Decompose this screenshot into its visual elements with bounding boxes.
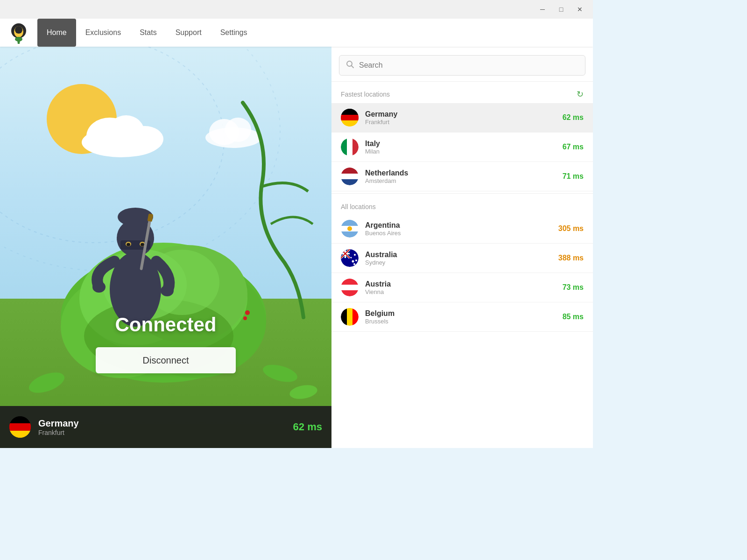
app-logo <box>7 21 30 44</box>
location-item-argentina[interactable]: Argentina Buenos Aires 305 ms <box>331 214 593 244</box>
fastest-locations-title: Fastest locations <box>341 91 390 98</box>
location-latency: 73 ms <box>563 283 584 292</box>
svg-rect-57 <box>341 115 359 120</box>
location-latency: 85 ms <box>563 313 584 321</box>
svg-rect-66 <box>341 179 359 185</box>
svg-rect-61 <box>347 138 352 156</box>
location-item-netherlands[interactable]: Netherlands Amsterdam 71 ms <box>331 162 593 191</box>
svg-point-16 <box>126 126 163 152</box>
refresh-icon[interactable]: ↻ <box>577 89 584 99</box>
search-container <box>331 47 593 82</box>
svg-rect-89 <box>341 290 359 296</box>
nav-tabs: Home Exclusions Stats Support Settings <box>37 19 257 47</box>
location-city: Buenos Aires <box>365 230 558 237</box>
location-info-germany-fast: Germany Frankfurt <box>365 110 563 126</box>
flag-argentina <box>341 220 359 238</box>
nav-bar: Home Exclusions Stats Support Settings <box>0 19 593 47</box>
search-input[interactable] <box>359 61 578 70</box>
svg-line-54 <box>352 66 354 68</box>
location-city: Amsterdam <box>365 177 563 184</box>
flag-belgium <box>341 308 359 326</box>
svg-rect-68 <box>341 220 359 226</box>
svg-point-39 <box>141 243 144 246</box>
svg-point-71 <box>347 226 352 231</box>
svg-point-82 <box>352 260 354 263</box>
connected-status: Connected <box>0 314 331 336</box>
location-city: Milan <box>365 148 563 155</box>
location-country: Argentina <box>365 221 558 230</box>
search-box <box>339 55 585 76</box>
svg-point-84 <box>353 263 355 265</box>
location-info-belgium: Belgium Brussels <box>365 309 563 325</box>
tab-settings[interactable]: Settings <box>211 19 257 47</box>
status-latency: 62 ms <box>293 421 322 433</box>
svg-point-43 <box>92 281 106 293</box>
title-bar: ─ □ ✕ <box>0 0 593 19</box>
svg-rect-5 <box>16 31 21 33</box>
maximize-button[interactable]: □ <box>552 3 571 16</box>
location-city: Vienna <box>365 288 563 295</box>
status-bar: Germany Frankfurt 62 ms <box>0 406 331 448</box>
flag-netherlands <box>341 168 359 185</box>
svg-rect-70 <box>341 231 359 238</box>
status-info: Germany Frankfurt <box>38 418 293 436</box>
location-city: Brussels <box>365 318 563 325</box>
location-item-germany-fast[interactable]: Germany Frankfurt 62 ms <box>331 103 593 133</box>
close-button[interactable]: ✕ <box>571 3 589 16</box>
location-country: Australia <box>365 251 558 259</box>
tab-stats[interactable]: Stats <box>130 19 166 47</box>
flag-austria <box>341 279 359 296</box>
svg-point-4 <box>20 28 21 31</box>
locations-scroll[interactable]: Fastest locations ↻ Germany <box>331 82 593 448</box>
svg-point-85 <box>351 257 352 259</box>
svg-rect-93 <box>352 308 359 326</box>
all-locations-header: All locations <box>331 196 593 214</box>
svg-rect-58 <box>341 120 359 126</box>
svg-rect-87 <box>341 279 359 285</box>
svg-rect-64 <box>341 168 359 174</box>
location-latency: 67 ms <box>563 143 584 151</box>
location-country: Italy <box>365 140 563 148</box>
svg-marker-7 <box>17 37 21 44</box>
svg-rect-49 <box>9 423 31 431</box>
flag-germany <box>341 109 359 126</box>
location-info-argentina: Argentina Buenos Aires <box>365 221 558 237</box>
svg-rect-65 <box>341 174 359 179</box>
status-flag <box>9 416 31 438</box>
location-country: Germany <box>365 110 563 119</box>
svg-rect-91 <box>341 308 347 326</box>
location-latency: 388 ms <box>558 254 584 262</box>
flag-australia <box>341 249 359 267</box>
location-country: Austria <box>365 280 563 288</box>
location-info-netherlands: Netherlands Amsterdam <box>365 169 563 184</box>
minimize-button[interactable]: ─ <box>533 3 552 16</box>
location-item-australia[interactable]: Australia Sydney 388 ms <box>331 244 593 273</box>
tab-exclusions[interactable]: Exclusions <box>76 19 130 47</box>
status-country: Germany <box>38 418 293 429</box>
tab-home[interactable]: Home <box>37 19 76 47</box>
location-country: Belgium <box>365 309 563 318</box>
svg-point-44 <box>161 285 174 296</box>
location-info-italy: Italy Milan <box>365 140 563 155</box>
svg-point-38 <box>127 243 130 246</box>
location-city: Frankfurt <box>365 119 563 126</box>
svg-rect-60 <box>341 138 347 156</box>
location-item-belgium[interactable]: Belgium Brussels 85 ms <box>331 302 593 332</box>
svg-rect-92 <box>347 308 352 326</box>
location-item-austria[interactable]: Austria Vienna 73 ms <box>331 273 593 302</box>
flag-italy <box>341 138 359 156</box>
disconnect-button[interactable]: Disconnect <box>96 347 236 373</box>
svg-point-3 <box>16 28 18 31</box>
location-item-italy[interactable]: Italy Milan 67 ms <box>331 133 593 162</box>
location-latency: 62 ms <box>563 113 584 122</box>
svg-point-83 <box>355 259 357 261</box>
svg-rect-88 <box>341 285 359 290</box>
svg-point-19 <box>225 118 251 142</box>
tab-support[interactable]: Support <box>166 19 211 47</box>
right-panel: Fastest locations ↻ Germany <box>331 47 593 448</box>
location-info-australia: Australia Sydney <box>365 251 558 266</box>
location-latency: 305 ms <box>558 224 584 233</box>
search-icon <box>346 60 354 70</box>
main-content: Connected Disconnect Germany Frankfurt <box>0 47 593 448</box>
fastest-locations-header: Fastest locations ↻ <box>331 82 593 103</box>
